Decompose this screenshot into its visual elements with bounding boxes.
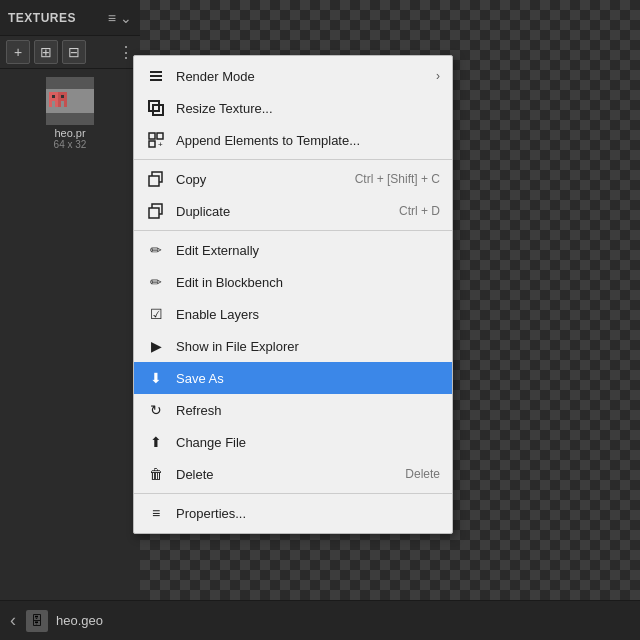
template-icon: ⊟ — [68, 44, 80, 60]
texture-name: heo.pr — [54, 127, 85, 139]
properties-icon: ≡ — [146, 503, 166, 523]
refresh-icon: ↻ — [146, 400, 166, 420]
menu-shortcut-copy: Ctrl + [Shift] + C — [355, 172, 440, 186]
menu-item-resize-texture[interactable]: Resize Texture... — [134, 92, 452, 124]
menu-icon[interactable]: ≡ — [108, 10, 116, 26]
menu-item-copy[interactable]: CopyCtrl + [Shift] + C — [134, 163, 452, 195]
menu-item-properties[interactable]: ≡Properties... — [134, 497, 452, 529]
menu-item-change-file[interactable]: ⬆Change File — [134, 426, 452, 458]
arrow-left-icon[interactable]: ‹ — [10, 610, 16, 631]
menu-label-properties: Properties... — [176, 506, 440, 521]
svg-rect-8 — [64, 101, 67, 107]
menu-separator — [134, 230, 452, 231]
bottom-bar: ‹ 🗄 heo.geo — [0, 600, 640, 640]
change-file-icon: ⬆ — [146, 432, 166, 452]
submenu-arrow-icon: › — [436, 69, 440, 83]
svg-rect-20 — [149, 176, 159, 186]
menu-label-duplicate: Duplicate — [176, 204, 399, 219]
duplicate-icon — [146, 201, 166, 221]
panel-header: TEXTURES ≡ ⌄ — [0, 0, 140, 36]
context-menu: Render Mode›Resize Texture...+Append Ele… — [133, 55, 453, 534]
menu-label-resize-texture: Resize Texture... — [176, 101, 440, 116]
svg-rect-2 — [52, 95, 55, 98]
import-texture-button[interactable]: ⊞ — [34, 40, 58, 64]
texture-thumbnail — [46, 77, 94, 125]
save-as-icon: ⬇ — [146, 368, 166, 388]
menu-item-show-file-explorer[interactable]: ▶Show in File Explorer — [134, 330, 452, 362]
menu-item-render-mode[interactable]: Render Mode› — [134, 60, 452, 92]
svg-rect-22 — [149, 208, 159, 218]
more-options-icon[interactable]: ⋮ — [118, 43, 134, 62]
menu-label-render-mode: Render Mode — [176, 69, 428, 84]
plus-icon: + — [14, 44, 22, 60]
menu-item-save-as[interactable]: ⬇Save As — [134, 362, 452, 394]
menu-label-refresh: Refresh — [176, 403, 440, 418]
menu-label-edit-blockbench: Edit in Blockbench — [176, 275, 440, 290]
panel-title: TEXTURES — [8, 11, 76, 25]
append-elements-icon: + — [146, 130, 166, 150]
panel-toolbar: + ⊞ ⊟ ⋮ — [0, 36, 140, 69]
menu-shortcut-duplicate: Ctrl + D — [399, 204, 440, 218]
texture-item[interactable]: heo.pr 64 x 32 — [0, 69, 140, 158]
menu-label-edit-externally: Edit Externally — [176, 243, 440, 258]
texture-preview — [46, 77, 94, 125]
menu-item-append-elements[interactable]: +Append Elements to Template... — [134, 124, 452, 156]
menu-item-delete[interactable]: 🗑DeleteDelete — [134, 458, 452, 490]
menu-separator — [134, 493, 452, 494]
menu-label-copy: Copy — [176, 172, 355, 187]
enable-layers-icon: ☑ — [146, 304, 166, 324]
svg-text:+: + — [158, 140, 163, 148]
panel-header-icons: ≡ ⌄ — [108, 10, 132, 26]
menu-item-enable-layers[interactable]: ☑Enable Layers — [134, 298, 452, 330]
menu-item-edit-blockbench[interactable]: ✏Edit in Blockbench — [134, 266, 452, 298]
geo-icon: 🗄 — [31, 614, 43, 628]
resize-texture-icon — [146, 98, 166, 118]
show-file-explorer-icon: ▶ — [146, 336, 166, 356]
menu-label-enable-layers: Enable Layers — [176, 307, 440, 322]
menu-item-edit-externally[interactable]: ✏Edit Externally — [134, 234, 452, 266]
menu-item-refresh[interactable]: ↻Refresh — [134, 394, 452, 426]
svg-rect-4 — [55, 101, 58, 107]
menu-label-save-as: Save As — [176, 371, 440, 386]
delete-icon: 🗑 — [146, 464, 166, 484]
svg-rect-14 — [149, 133, 155, 139]
menu-item-duplicate[interactable]: DuplicateCtrl + D — [134, 195, 452, 227]
add-texture-button[interactable]: + — [6, 40, 30, 64]
menu-label-show-file-explorer: Show in File Explorer — [176, 339, 440, 354]
menu-label-change-file: Change File — [176, 435, 440, 450]
texture-size: 64 x 32 — [54, 139, 87, 150]
svg-rect-3 — [49, 101, 52, 107]
svg-rect-16 — [149, 141, 155, 147]
template-button[interactable]: ⊟ — [62, 40, 86, 64]
file-icon: 🗄 — [26, 610, 48, 632]
menu-separator — [134, 159, 452, 160]
svg-rect-6 — [61, 95, 64, 98]
file-name: heo.geo — [56, 613, 103, 628]
render-mode-icon — [146, 66, 166, 86]
menu-label-append-elements: Append Elements to Template... — [176, 133, 440, 148]
edit-blockbench-icon: ✏ — [146, 272, 166, 292]
menu-label-delete: Delete — [176, 467, 405, 482]
edit-externally-icon: ✏ — [146, 240, 166, 260]
svg-rect-7 — [58, 101, 61, 107]
copy-icon — [146, 169, 166, 189]
chevron-down-icon[interactable]: ⌄ — [120, 10, 132, 26]
svg-rect-15 — [157, 133, 163, 139]
import-icon: ⊞ — [40, 44, 52, 60]
textures-panel: TEXTURES ≡ ⌄ + ⊞ ⊟ ⋮ — [0, 0, 140, 600]
menu-shortcut-delete: Delete — [405, 467, 440, 481]
